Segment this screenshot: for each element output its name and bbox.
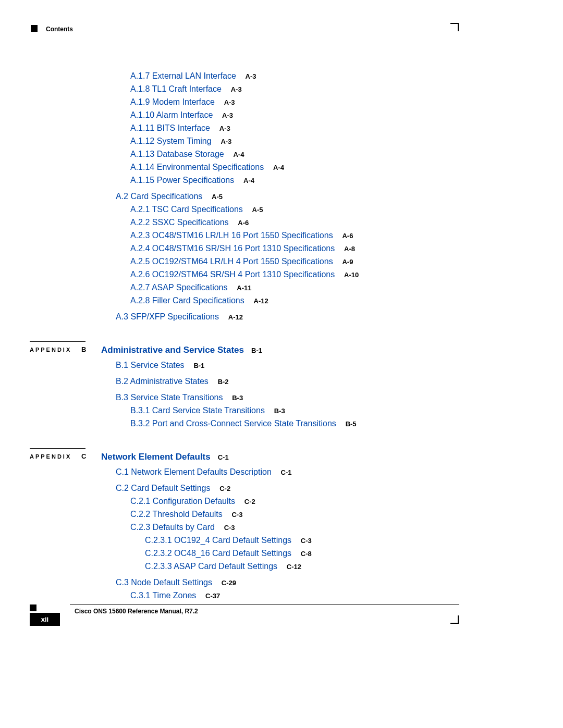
footer-rule-icon <box>70 604 459 604</box>
crop-mark-top-right-icon <box>450 23 459 31</box>
toc-entry: C.2.3.1 OC192_4 Card Default Settings C-… <box>145 536 447 545</box>
toc-page: A-10 <box>344 271 359 279</box>
toc-link[interactable]: A.1.15 Power Specifications <box>130 176 234 184</box>
divider-icon <box>30 341 85 342</box>
toc-link[interactable]: A.2.4 OC48/STM16 SR/SH 16 Port 1310 Spec… <box>130 244 335 253</box>
appendix-letter: C <box>81 452 86 460</box>
toc-link[interactable]: C.3.1 Time Zones <box>130 591 196 600</box>
toc-page: A-3 <box>224 98 235 106</box>
toc-link[interactable]: A.1.8 TL1 Craft Interface <box>130 84 222 93</box>
toc-link[interactable]: A.1.12 System Timing <box>130 137 212 145</box>
toc-entry: A.2.1 TSC Card Specifications A-5 <box>130 205 447 214</box>
toc-link[interactable]: A.1.13 Database Storage <box>130 150 224 158</box>
toc-link[interactable]: B.3 Service State Transitions <box>116 393 223 402</box>
appendix-c-heading: APPENDIX C Network Element DefaultsC-1 <box>30 453 447 468</box>
toc-entry: A.2.4 OC48/STM16 SR/SH 16 Port 1310 Spec… <box>130 244 447 253</box>
toc-link[interactable]: C.1 Network Element Defaults Description <box>116 467 272 476</box>
toc-page: B-3 <box>232 394 243 402</box>
header-marker-icon <box>31 25 38 32</box>
toc-link[interactable]: C.2.3.1 OC192_4 Card Default Settings <box>145 536 291 545</box>
appendix-letter: B <box>81 346 86 353</box>
toc-page: C-3 <box>231 511 242 519</box>
toc-page: A-11 <box>237 284 251 292</box>
toc-entry: A.1.7 External LAN Interface A-3 <box>130 72 447 80</box>
footer-manual-title: Cisco ONS 15600 Reference Manual, R7.2 <box>75 608 198 615</box>
toc-link[interactable]: A.2 Card Specifications <box>116 192 202 201</box>
toc-page: A-12 <box>254 297 268 305</box>
toc-link[interactable]: C.2 Card Default Settings <box>116 484 210 492</box>
toc-entry: A.2.6 OC192/STM64 SR/SH 4 Port 1310 Spec… <box>130 270 447 279</box>
toc-page: A-6 <box>342 232 353 240</box>
toc-entry: B.3.1 Card Service State Transitions B-3 <box>130 406 447 415</box>
toc-page: A-4 <box>243 177 254 184</box>
toc-page: C-1 <box>281 468 292 476</box>
toc-entry: C.2.3.2 OC48_16 Card Default Settings C-… <box>145 549 447 558</box>
toc-link[interactable]: A.2.7 ASAP Specifications <box>130 283 227 292</box>
toc-page: C-8 <box>301 550 312 558</box>
toc-link[interactable]: A.2.1 TSC Card Specifications <box>130 205 243 214</box>
toc-link[interactable]: A.2.5 OC192/STM64 LR/LH 4 Port 1550 Spec… <box>130 257 333 266</box>
toc-entry: C.3.1 Time Zones C-37 <box>130 591 447 600</box>
toc-link[interactable]: A.1.14 Environmental Specifications <box>130 163 264 171</box>
toc-page: C-3 <box>301 537 312 545</box>
toc-link[interactable]: A.2.3 OC48/STM16 LR/LH 16 Port 1550 Spec… <box>130 231 333 240</box>
appendix-title-link[interactable]: Administrative and Service States <box>101 345 244 355</box>
toc-page: A-3 <box>231 85 242 93</box>
toc-page: A-3 <box>222 112 233 119</box>
toc-page: A-12 <box>228 313 243 321</box>
toc-page: C-29 <box>222 579 236 587</box>
toc-link[interactable]: C.2.3 Defaults by Card <box>130 523 215 532</box>
toc-entry: A.1.14 Environmental Specifications A-4 <box>130 163 447 171</box>
toc-entry: A.2.5 OC192/STM64 LR/LH 4 Port 1550 Spec… <box>130 257 447 266</box>
toc-link[interactable]: C.2.2 Threshold Defaults <box>130 510 223 519</box>
toc-entry: B.3 Service State Transitions B-3 <box>116 393 447 402</box>
page: Contents A.1.7 External LAN Interface A-… <box>0 0 563 728</box>
toc-page: C-12 <box>287 563 301 571</box>
toc-link[interactable]: A.2.6 OC192/STM64 SR/SH 4 Port 1310 Spec… <box>130 270 335 279</box>
toc-link[interactable]: A.1.10 Alarm Interface <box>130 110 213 119</box>
toc-page: B-2 <box>218 378 229 386</box>
toc-entry: B.2 Administrative States B-2 <box>116 377 447 386</box>
toc-entry: A.1.15 Power Specifications A-4 <box>130 176 447 184</box>
toc-entry: A.1.11 BITS Interface A-3 <box>130 124 447 132</box>
toc-link[interactable]: B.3.1 Card Service State Transitions <box>130 406 265 415</box>
toc-page: B-5 <box>346 420 357 428</box>
toc-page: C-37 <box>205 592 220 600</box>
toc-page: A-3 <box>221 138 231 145</box>
toc-entry: A.1.13 Database Storage A-4 <box>130 150 447 158</box>
toc-page: C-2 <box>219 485 230 492</box>
toc-link[interactable]: C.2.3.3 ASAP Card Default Settings <box>145 562 277 571</box>
toc-link[interactable]: A.1.11 BITS Interface <box>130 124 210 132</box>
toc-entry: A.2.3 OC48/STM16 LR/LH 16 Port 1550 Spec… <box>130 231 447 240</box>
toc-link[interactable]: A.1.9 Modem Interface <box>130 97 215 106</box>
toc-page: B-1 <box>193 362 204 369</box>
toc-link[interactable]: A.2.8 Filler Card Specifications <box>130 296 244 305</box>
toc-entry: A.1.10 Alarm Interface A-3 <box>130 111 447 119</box>
toc-link[interactable]: B.3.2 Port and Cross-Connect Service Sta… <box>130 419 336 428</box>
toc-link[interactable]: A.2.2 SSXC Specifications <box>130 218 229 227</box>
toc-entry: A.2.7 ASAP Specifications A-11 <box>130 283 447 292</box>
appendix-title-link[interactable]: Network Element Defaults <box>101 452 211 462</box>
toc-link[interactable]: C.3 Node Default Settings <box>116 578 212 587</box>
toc-page: C-1 <box>218 453 229 461</box>
toc-link[interactable]: C.2.3.2 OC48_16 Card Default Settings <box>145 549 291 558</box>
toc-page: A-5 <box>252 206 263 214</box>
toc-link[interactable]: B.1 Service States <box>116 361 185 369</box>
toc-page: A-3 <box>219 125 230 132</box>
appendix-label: APPENDIX <box>30 347 71 353</box>
toc-page: C-3 <box>224 524 235 532</box>
appendix-label: APPENDIX <box>30 453 71 460</box>
toc-entry: A.1.9 Modem Interface A-3 <box>130 98 447 106</box>
toc-page: A-4 <box>273 164 284 171</box>
toc-entry: A.2.2 SSXC Specifications A-6 <box>130 218 447 227</box>
table-of-contents: A.1.7 External LAN Interface A-3 A.1.8 T… <box>30 72 447 604</box>
toc-entry: C.2.1 Configuration Defaults C-2 <box>130 497 447 505</box>
toc-link[interactable]: A.1.7 External LAN Interface <box>130 71 236 80</box>
toc-link[interactable]: C.2.1 Configuration Defaults <box>130 497 235 505</box>
toc-page: A-4 <box>233 151 244 158</box>
toc-page: B-3 <box>274 407 285 415</box>
toc-link[interactable]: A.3 SFP/XFP Specifications <box>116 312 219 321</box>
toc-page: C-2 <box>244 498 255 505</box>
toc-page: B-1 <box>251 347 262 354</box>
toc-link[interactable]: B.2 Administrative States <box>116 377 209 386</box>
